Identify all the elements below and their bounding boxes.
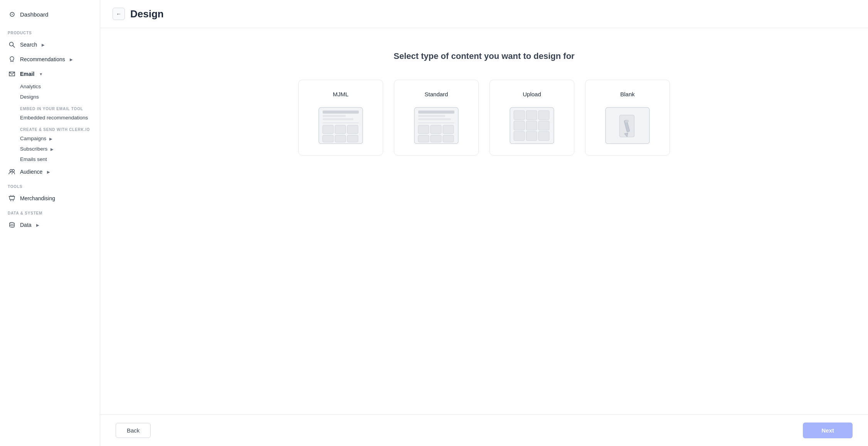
- emails-sent-label: Emails sent: [20, 156, 47, 162]
- card-upload-label: Upload: [523, 91, 541, 97]
- sidebar-item-subscribers[interactable]: Subscribers ▶: [0, 144, 100, 154]
- back-button[interactable]: Back: [116, 423, 151, 438]
- svg-rect-12: [323, 125, 333, 134]
- page-body: Select type of content you want to desig…: [100, 28, 868, 446]
- next-button[interactable]: Next: [803, 423, 853, 438]
- campaigns-chevron-icon: ▶: [49, 137, 52, 141]
- card-standard[interactable]: Standard: [394, 80, 479, 156]
- svg-rect-15: [323, 135, 333, 142]
- sidebar-item-merchandising[interactable]: Merchandising: [0, 191, 100, 206]
- main-content: ← Design Select type of content you want…: [100, 0, 868, 446]
- sidebar: ⊙ Dashboard PRODUCTS Search ▶ Recommenda…: [0, 0, 100, 446]
- card-blank-illustration: [602, 104, 653, 147]
- svg-rect-13: [335, 125, 346, 134]
- page-title: Design: [130, 8, 164, 20]
- search-label: Search: [20, 42, 37, 48]
- sidebar-item-recommendations[interactable]: Recommendations ▶: [0, 52, 100, 67]
- subsection-label-create-send: CREATE & SEND WITH CLERK.IO: [0, 123, 100, 133]
- svg-rect-10: [323, 118, 353, 120]
- sidebar-item-data[interactable]: Data ▶: [0, 218, 100, 232]
- page-header: ← Design: [100, 0, 868, 28]
- svg-rect-21: [418, 118, 451, 120]
- recommendations-chevron-icon: ▶: [70, 57, 73, 62]
- sidebar-item-dashboard[interactable]: ⊙ Dashboard: [0, 6, 100, 25]
- svg-rect-25: [443, 125, 454, 134]
- section-label-tools: TOOLS: [0, 179, 100, 191]
- section-label-products: PRODUCTS: [0, 25, 100, 37]
- card-standard-label: Standard: [425, 91, 448, 97]
- data-label: Data: [20, 222, 32, 228]
- card-blank[interactable]: Blank: [585, 80, 670, 156]
- data-chevron-icon: ▶: [36, 223, 39, 227]
- page-footer: Back Next: [100, 414, 868, 446]
- card-standard-illustration: [411, 104, 461, 147]
- back-header-button[interactable]: ←: [113, 8, 125, 20]
- sidebar-item-audience[interactable]: Audience ▶: [0, 164, 100, 179]
- svg-rect-33: [514, 121, 525, 130]
- designs-label: Designs: [20, 94, 39, 100]
- svg-rect-17: [347, 135, 358, 142]
- subsection-label-embed: EMBED IN YOUR EMAIL TOOL: [0, 102, 100, 112]
- svg-point-5: [13, 200, 13, 201]
- card-mjml[interactable]: MJML: [298, 80, 383, 156]
- section-label-data-system: DATA & SYSTEM: [0, 206, 100, 218]
- sidebar-item-analytics[interactable]: Analytics: [0, 81, 100, 92]
- sidebar-item-search[interactable]: Search ▶: [0, 37, 100, 52]
- email-chevron-icon: ▼: [39, 72, 43, 76]
- dashboard-icon: ⊙: [8, 10, 16, 18]
- merchandising-icon: [8, 194, 16, 203]
- email-icon: [8, 70, 16, 78]
- design-cards-row: MJML: [298, 80, 670, 156]
- svg-rect-27: [431, 135, 441, 142]
- svg-point-6: [10, 223, 14, 225]
- svg-point-3: [12, 169, 15, 172]
- sidebar-item-embedded-recommendations[interactable]: Embedded recommendations: [0, 112, 100, 123]
- back-arrow-icon: ←: [116, 11, 121, 17]
- card-upload[interactable]: Upload: [490, 80, 574, 156]
- data-icon: [8, 221, 16, 229]
- svg-rect-16: [335, 135, 346, 142]
- dashboard-label: Dashboard: [20, 11, 48, 18]
- select-content-title: Select type of content you want to desig…: [394, 51, 574, 61]
- search-icon: [8, 40, 16, 49]
- audience-chevron-icon: ▶: [47, 170, 50, 174]
- svg-rect-38: [538, 131, 549, 141]
- svg-rect-8: [323, 111, 359, 114]
- svg-rect-30: [514, 111, 525, 120]
- svg-rect-26: [418, 135, 429, 142]
- sidebar-item-email[interactable]: Email ▼: [0, 67, 100, 81]
- merchandising-label: Merchandising: [20, 195, 55, 201]
- recommendations-label: Recommendations: [20, 56, 65, 62]
- svg-rect-20: [418, 115, 445, 117]
- svg-rect-24: [431, 125, 441, 134]
- svg-point-4: [10, 200, 11, 201]
- recommendations-icon: [8, 55, 16, 64]
- svg-rect-31: [526, 111, 537, 120]
- sidebar-item-designs[interactable]: Designs: [0, 92, 100, 102]
- sidebar-item-emails-sent[interactable]: Emails sent: [0, 154, 100, 164]
- audience-icon: [8, 168, 16, 176]
- card-blank-label: Blank: [620, 91, 635, 97]
- audience-label: Audience: [20, 169, 42, 175]
- svg-rect-37: [526, 131, 537, 141]
- svg-line-1: [13, 46, 15, 48]
- email-label: Email: [20, 71, 34, 77]
- content-area: Select type of content you want to desig…: [100, 28, 868, 414]
- svg-rect-23: [418, 125, 429, 134]
- svg-rect-34: [526, 121, 537, 130]
- subscribers-chevron-icon: ▶: [50, 147, 54, 151]
- subscribers-label: Subscribers: [20, 146, 47, 152]
- sidebar-item-campaigns[interactable]: Campaigns ▶: [0, 133, 100, 144]
- svg-rect-14: [347, 125, 358, 134]
- svg-rect-35: [538, 121, 549, 130]
- campaigns-label: Campaigns: [20, 136, 46, 141]
- analytics-label: Analytics: [20, 84, 41, 89]
- svg-rect-36: [514, 131, 525, 141]
- svg-rect-9: [323, 115, 346, 117]
- card-mjml-label: MJML: [333, 91, 349, 97]
- svg-point-2: [10, 169, 12, 172]
- embedded-recommendations-label: Embedded recommendations: [20, 115, 88, 121]
- svg-rect-32: [538, 111, 549, 120]
- svg-rect-19: [418, 111, 454, 114]
- card-mjml-illustration: [316, 104, 366, 147]
